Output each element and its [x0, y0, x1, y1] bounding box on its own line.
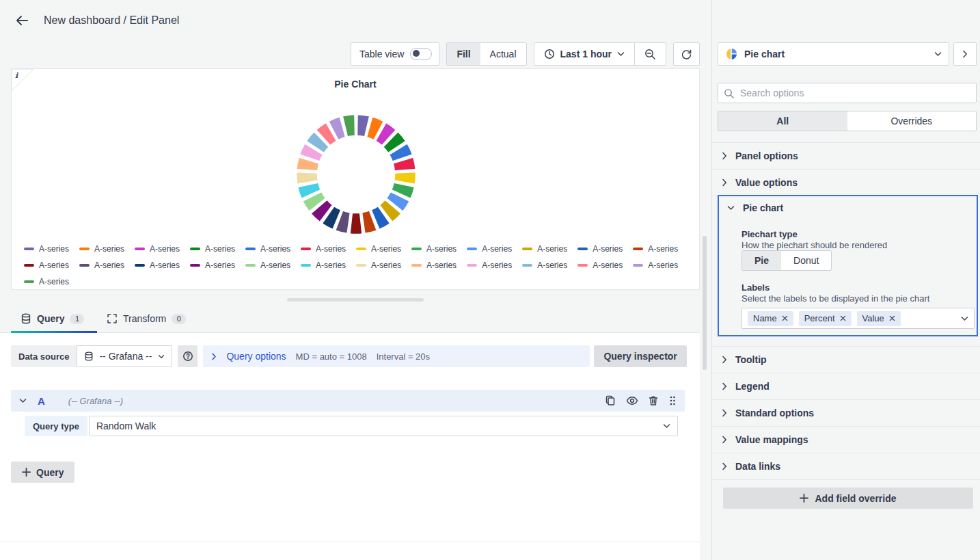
chevron-down-icon [617, 51, 625, 57]
pie-section-header[interactable]: Pie chart [719, 196, 977, 219]
drag-query-icon[interactable] [668, 395, 677, 406]
legend-item[interactable]: A-series [411, 261, 457, 270]
legend-item[interactable]: A-series [633, 261, 678, 270]
legend-swatch [245, 264, 256, 267]
piechart-type-pie[interactable]: Pie [742, 251, 781, 270]
pie-chart[interactable] [281, 99, 431, 250]
labels-multiselect[interactable]: NamePercentValue [741, 308, 975, 329]
piechart-type-donut[interactable]: Donut [781, 251, 831, 270]
option-section-legend[interactable]: Legend [712, 373, 980, 399]
query-type-row: Query type Random Walk [25, 416, 678, 436]
option-section-value-options[interactable]: Value options [712, 169, 980, 196]
transform-icon [107, 313, 118, 324]
datasource-row: Data source -- Grafana -- Query options … [11, 345, 687, 367]
legend-item[interactable]: A-series [79, 261, 124, 270]
legend-item[interactable]: A-series [577, 244, 623, 254]
legend-swatch [522, 264, 532, 267]
delete-query-icon[interactable] [649, 395, 658, 406]
chevron-right-icon [962, 50, 968, 58]
labels-desc: Select the labels to be displayed in the… [741, 293, 929, 304]
legend-item[interactable]: A-series [411, 244, 457, 254]
chevron-right-icon [722, 152, 727, 160]
legend-item[interactable]: A-series [245, 244, 290, 254]
actual-option[interactable]: Actual [480, 43, 526, 65]
legend-item[interactable]: A-series [24, 261, 69, 270]
legend-item[interactable]: A-series [190, 261, 235, 270]
panel-title: Pie Chart [12, 79, 699, 90]
datasource-help-button[interactable] [178, 345, 198, 367]
options-search-input[interactable] [739, 87, 970, 99]
legend-item[interactable]: A-series [24, 244, 69, 254]
legend-item[interactable]: A-series [135, 244, 180, 254]
option-section-data-links[interactable]: Data links [712, 453, 980, 480]
label-chip-name: Name [748, 311, 793, 326]
legend-item[interactable]: A-series [301, 261, 346, 270]
query-inspector-button[interactable]: Query inspector [594, 345, 686, 367]
legend-item[interactable]: A-series [245, 261, 290, 270]
table-view-label: Table view [359, 49, 404, 59]
tab-transform[interactable]: Transform 0 [101, 305, 191, 332]
legend-item[interactable]: A-series [633, 244, 678, 254]
legend-item[interactable]: A-series [190, 244, 235, 254]
add-query-button[interactable]: Query [11, 462, 74, 483]
back-arrow-icon[interactable] [12, 11, 31, 30]
option-section-standard-options[interactable]: Standard options [712, 399, 980, 426]
legend-item[interactable]: A-series [356, 261, 401, 270]
datasource-picker[interactable]: -- Grafana -- [77, 345, 172, 367]
query-type-value: Random Walk [96, 421, 156, 431]
chevron-right-icon [722, 436, 727, 444]
legend-item[interactable]: A-series [467, 261, 512, 270]
legend-item[interactable]: A-series [356, 244, 401, 254]
filter-overrides-tab[interactable]: Overrides [847, 111, 977, 131]
filter-all-tab[interactable]: All [718, 111, 847, 131]
remove-chip-icon[interactable] [889, 315, 895, 321]
table-view-toggle[interactable] [410, 48, 432, 60]
fill-option[interactable]: Fill [447, 43, 480, 65]
query-editor: Data source -- Grafana -- Query options … [0, 333, 700, 560]
duplicate-query-icon[interactable] [605, 395, 616, 406]
legend-item[interactable]: A-series [522, 261, 567, 270]
legend-item[interactable]: A-series [79, 244, 124, 254]
tab-query[interactable]: Query 1 [11, 305, 92, 332]
chevron-right-icon[interactable] [211, 353, 217, 360]
query-type-select[interactable]: Random Walk [89, 416, 678, 436]
remove-chip-icon[interactable] [782, 315, 788, 321]
refresh-button[interactable] [674, 43, 699, 65]
legend-swatch [24, 280, 34, 283]
query-ref-id[interactable]: A [38, 395, 45, 407]
zoom-out-button[interactable] [635, 43, 666, 65]
vertical-scrollbar[interactable] [703, 236, 707, 370]
viz-picker[interactable]: Pie chart [718, 42, 949, 66]
remove-chip-icon[interactable] [840, 315, 846, 321]
piechart-type-segment: Pie Donut [741, 250, 832, 271]
page-title: New dashboard / Edit Panel [44, 14, 179, 27]
legend-swatch [577, 264, 588, 267]
pie-slice[interactable] [350, 213, 363, 235]
legend-series-label: A-series [648, 244, 678, 254]
query-row-header[interactable]: A (-- Grafana --) [11, 390, 685, 412]
chevron-right-icon [722, 462, 727, 470]
time-range-picker[interactable]: Last 1 hour [534, 43, 634, 65]
hide-query-icon[interactable] [626, 396, 638, 405]
option-section-tooltip[interactable]: Tooltip [712, 346, 980, 373]
legend-item[interactable]: A-series [522, 244, 567, 254]
option-section-value-mappings[interactable]: Value mappings [712, 426, 980, 453]
legend-item[interactable]: A-series [467, 244, 512, 254]
legend-series-label: A-series [482, 261, 512, 270]
legend-swatch [190, 248, 200, 250]
legend-item[interactable]: A-series [577, 261, 623, 270]
add-field-override-button[interactable]: Add field override [723, 488, 973, 509]
collapse-options-button[interactable] [953, 42, 977, 66]
legend-item[interactable]: A-series [135, 261, 180, 270]
search-icon [724, 88, 734, 98]
option-section-panel-options[interactable]: Panel options [712, 142, 980, 169]
chevron-down-icon [961, 316, 968, 321]
query-options-label[interactable]: Query options [226, 351, 286, 362]
collapse-chevron-icon[interactable] [19, 398, 27, 403]
legend-item[interactable]: A-series [301, 244, 346, 254]
panel-resize-handle[interactable] [287, 298, 424, 302]
divider [0, 542, 700, 542]
legend-item[interactable]: A-series [24, 277, 69, 286]
legend-series-label: A-series [482, 244, 512, 254]
add-query-label: Query [36, 467, 64, 478]
